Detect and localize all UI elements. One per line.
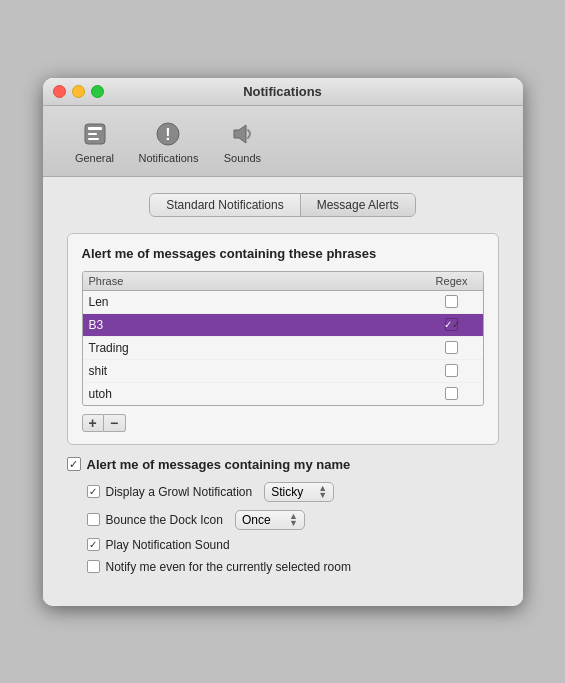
phrase-text-utoh: utoh bbox=[89, 387, 427, 401]
main-alert-row: Alert me of messages containing my name bbox=[67, 457, 499, 472]
main-alert-label: Alert me of messages containing my name bbox=[87, 457, 351, 472]
phrase-text-b3: B3 bbox=[89, 318, 427, 332]
growl-label: Display a Growl Notification bbox=[106, 485, 253, 499]
checkbox-b3-regex[interactable]: ✓ bbox=[445, 318, 458, 331]
growl-dropdown-arrow: ▲▼ bbox=[318, 485, 327, 498]
sound-checkbox[interactable] bbox=[87, 538, 100, 551]
currentroom-row: Notify me even for the currently selecte… bbox=[87, 560, 499, 574]
bounce-row: Bounce the Dock Icon Once ▲▼ bbox=[87, 510, 499, 530]
phrase-text-shit: shit bbox=[89, 364, 427, 378]
close-button[interactable] bbox=[53, 85, 66, 98]
phrase-row-b3[interactable]: B3 ✓ bbox=[83, 314, 483, 337]
tabs-container: Standard Notifications Message Alerts bbox=[67, 193, 499, 217]
toolbar-sounds-label: Sounds bbox=[224, 152, 261, 164]
toolbar-general-label: General bbox=[75, 152, 114, 164]
main-alert-checkbox[interactable] bbox=[67, 457, 81, 471]
currentroom-label: Notify me even for the currently selecte… bbox=[106, 560, 351, 574]
alerts-section: Alert me of messages containing my name … bbox=[67, 457, 499, 574]
phrases-title: Alert me of messages containing these ph… bbox=[82, 246, 484, 261]
phrases-section: Alert me of messages containing these ph… bbox=[67, 233, 499, 445]
checkbox-utoh-regex[interactable] bbox=[445, 387, 458, 400]
phrase-column-header: Phrase bbox=[89, 275, 427, 287]
general-icon bbox=[79, 118, 111, 150]
growl-checkbox[interactable] bbox=[87, 485, 100, 498]
minimize-button[interactable] bbox=[72, 85, 85, 98]
phrases-table-header: Phrase Regex bbox=[83, 272, 483, 291]
svg-text:!: ! bbox=[166, 126, 171, 143]
toolbar-item-general[interactable]: General bbox=[63, 114, 127, 168]
phrase-regex-checkbox-utoh bbox=[427, 387, 477, 400]
remove-phrase-button[interactable]: − bbox=[104, 414, 126, 432]
sounds-icon bbox=[226, 118, 258, 150]
checkbox-shit-regex[interactable] bbox=[445, 364, 458, 377]
sub-checks: Display a Growl Notification Sticky ▲▼ B… bbox=[87, 482, 499, 574]
toolbar: General ! Notifications Sounds bbox=[43, 106, 523, 177]
toolbar-item-sounds[interactable]: Sounds bbox=[210, 114, 274, 168]
checkbox-trading-regex[interactable] bbox=[445, 341, 458, 354]
phrase-text-trading: Trading bbox=[89, 341, 427, 355]
bounce-dropdown-arrow: ▲▼ bbox=[289, 513, 298, 526]
phrase-regex-checkbox-trading bbox=[427, 341, 477, 354]
phrase-row-len[interactable]: Len bbox=[83, 291, 483, 314]
phrase-row-utoh[interactable]: utoh bbox=[83, 383, 483, 405]
add-remove-bar: + − bbox=[82, 414, 484, 432]
toolbar-item-notifications[interactable]: ! Notifications bbox=[127, 114, 211, 168]
svg-rect-2 bbox=[88, 133, 97, 135]
tab-message-alerts[interactable]: Message Alerts bbox=[301, 194, 415, 216]
bounce-dropdown[interactable]: Once ▲▼ bbox=[235, 510, 305, 530]
phrase-row-shit[interactable]: shit bbox=[83, 360, 483, 383]
checkbox-len-regex[interactable] bbox=[445, 295, 458, 308]
notifications-icon: ! bbox=[152, 118, 184, 150]
sound-label: Play Notification Sound bbox=[106, 538, 230, 552]
svg-rect-1 bbox=[88, 127, 102, 130]
titlebar: Notifications bbox=[43, 78, 523, 106]
growl-row: Display a Growl Notification Sticky ▲▼ bbox=[87, 482, 499, 502]
add-phrase-button[interactable]: + bbox=[82, 414, 104, 432]
phrases-table-wrapper: Phrase Regex Len B3 ✓ bbox=[82, 271, 484, 406]
regex-column-header: Regex bbox=[427, 275, 477, 287]
phrase-regex-checkbox-len bbox=[427, 295, 477, 308]
phrase-row-trading[interactable]: Trading bbox=[83, 337, 483, 360]
growl-dropdown[interactable]: Sticky ▲▼ bbox=[264, 482, 334, 502]
zoom-button[interactable] bbox=[91, 85, 104, 98]
currentroom-checkbox[interactable] bbox=[87, 560, 100, 573]
svg-rect-3 bbox=[88, 138, 99, 140]
window-body: Standard Notifications Message Alerts Al… bbox=[43, 177, 523, 606]
main-window: Notifications General ! Notificati bbox=[43, 78, 523, 606]
sound-row: Play Notification Sound bbox=[87, 538, 499, 552]
phrase-regex-checkbox-shit bbox=[427, 364, 477, 377]
svg-marker-6 bbox=[234, 125, 246, 143]
toolbar-notifications-label: Notifications bbox=[139, 152, 199, 164]
bounce-dropdown-value: Once bbox=[242, 513, 271, 527]
content-area: Standard Notifications Message Alerts Al… bbox=[43, 177, 523, 606]
window-title: Notifications bbox=[243, 84, 322, 99]
phrase-regex-checkbox-b3: ✓ bbox=[427, 318, 477, 331]
tab-standard-notifications[interactable]: Standard Notifications bbox=[150, 194, 300, 216]
traffic-lights bbox=[53, 85, 104, 98]
tabs: Standard Notifications Message Alerts bbox=[149, 193, 415, 217]
growl-dropdown-value: Sticky bbox=[271, 485, 303, 499]
bounce-label: Bounce the Dock Icon bbox=[106, 513, 223, 527]
phrase-text: Len bbox=[89, 295, 427, 309]
bounce-checkbox[interactable] bbox=[87, 513, 100, 526]
